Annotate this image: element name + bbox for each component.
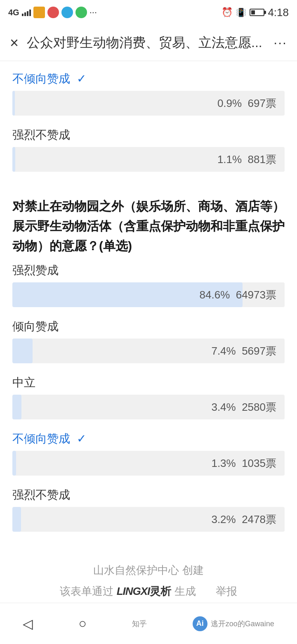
alarm-icon: ⏰ (222, 7, 233, 18)
footer-prefix: 该表单通过 (60, 584, 113, 599)
bar-fill-s2-2 (12, 395, 21, 419)
bar-container-s2-1: 7.4% 5697票 (12, 339, 285, 363)
option-label-s2-2: 中立 (12, 375, 285, 391)
bar-strong-no: 1.1% 881票 (12, 147, 285, 172)
option-item-no-lean: 不倾向赞成 ✓ 0.9% 697票 (12, 61, 285, 116)
option-item-s2-0: 强烈赞成84.6% 64973票 (12, 263, 285, 307)
question-text-2: 对禁止在动物园之外（娱乐场所、商场、酒店等）展示野生动物活体（含重点保护动物和非… (12, 197, 285, 256)
check-icon-s2-3: ✓ (77, 432, 86, 445)
bar-container-s2-0: 84.6% 64973票 (12, 282, 285, 307)
bar-fill-strong-no (12, 147, 15, 172)
check-icon-1: ✓ (77, 72, 86, 85)
footer-brand: 该表单通过 LINGXI灵析 生成 举报 (12, 584, 285, 599)
bar-fill-no-lean (12, 91, 15, 116)
time-display: 4:18 (268, 6, 289, 19)
zhihu-label: 知乎 (132, 619, 147, 629)
bar-no-lean: 0.9% 697票 (12, 91, 285, 116)
nav-user[interactable]: Ai 逃开zoo的Gawaine (193, 616, 274, 631)
option-item-strong-no: 强烈不赞成 1.1% 881票 (12, 127, 285, 172)
user-name: 逃开zoo的Gawaine (211, 619, 274, 629)
bar-container-s2-3: 1.3% 1035票 (12, 451, 285, 476)
option-label-s2-4: 强烈不赞成 (12, 487, 285, 503)
signal-bars (22, 9, 31, 16)
battery-icon (250, 9, 264, 16)
footer-creator: 山水自然保护中心 创建 (12, 563, 285, 578)
vibrate-icon: 📳 (236, 7, 246, 17)
header-title: 公众对野生动物消费、贸易、立法意愿... (27, 34, 265, 52)
section2-options: 强烈赞成84.6% 64973票倾向赞成7.4% 5697票中立3.4% 258… (12, 263, 285, 532)
status-icons: ··· (33, 7, 97, 18)
bar-label-s2-3: 1.3% 1035票 (211, 456, 276, 471)
bottom-nav: ◁ ○ 知乎 Ai 逃开zoo的Gawaine (0, 603, 297, 644)
nav-zhihu[interactable]: 知乎 (132, 619, 147, 629)
option-item-s2-1: 倾向赞成7.4% 5697票 (12, 319, 285, 363)
bar-label-s2-0: 84.6% 64973票 (200, 288, 276, 302)
signal-text: 4G (8, 8, 19, 17)
bar-fill-s2-1 (12, 339, 33, 363)
status-right: ⏰ 📳 4:18 (222, 6, 289, 19)
bar-label-strong-no: 1.1% 881票 (217, 152, 276, 167)
header: × 公众对野生动物消费、贸易、立法意愿... ··· (0, 25, 297, 61)
option-item-s2-4: 强烈不赞成3.2% 2478票 (12, 487, 285, 532)
option-label-s2-1: 倾向赞成 (12, 319, 285, 334)
option-label-strong-no: 强烈不赞成 (12, 127, 285, 143)
report-link[interactable]: 举报 (216, 584, 237, 599)
bar-fill-s2-3 (12, 451, 16, 476)
status-left: 4G ··· (8, 7, 97, 18)
question-block-2: 对禁止在动物园之外（娱乐场所、商场、酒店等）展示野生动物活体（含重点保护动物和非… (12, 183, 285, 263)
bar-label-s2-2: 3.4% 2580票 (211, 400, 276, 414)
bar-container-s2-2: 3.4% 2580票 (12, 395, 285, 419)
back-icon: ◁ (23, 616, 33, 632)
user-avatar: Ai (193, 616, 207, 631)
bar-label-no-lean: 0.9% 697票 (217, 96, 276, 111)
bar-fill-s2-4 (12, 507, 21, 532)
lingxi-logo: LINGXI灵析 (117, 584, 172, 599)
close-button[interactable]: × (10, 34, 19, 52)
bar-label-s2-1: 7.4% 5697票 (211, 344, 276, 358)
bar-container-s2-4: 3.2% 2478票 (12, 507, 285, 532)
nav-back[interactable]: ◁ (23, 616, 33, 632)
more-button[interactable]: ··· (273, 35, 287, 50)
main-content: 不倾向赞成 ✓ 0.9% 697票 强烈不赞成 1.1% 881票 对禁止在动物… (0, 61, 297, 644)
option-label-no-lean: 不倾向赞成 ✓ (12, 71, 285, 87)
footer-suffix: 生成 (174, 584, 196, 599)
bar-label-s2-4: 3.2% 2478票 (211, 512, 276, 527)
nav-home[interactable]: ○ (79, 616, 87, 631)
option-item-s2-2: 中立3.4% 2580票 (12, 375, 285, 419)
option-item-s2-3: 不倾向赞成 ✓1.3% 1035票 (12, 431, 285, 476)
more-dots: ··· (90, 7, 97, 18)
status-bar: 4G ··· ⏰ 📳 4:18 (0, 0, 297, 25)
option-label-s2-3: 不倾向赞成 ✓ (12, 431, 285, 447)
home-icon: ○ (79, 616, 87, 631)
option-label-s2-0: 强烈赞成 (12, 263, 285, 278)
